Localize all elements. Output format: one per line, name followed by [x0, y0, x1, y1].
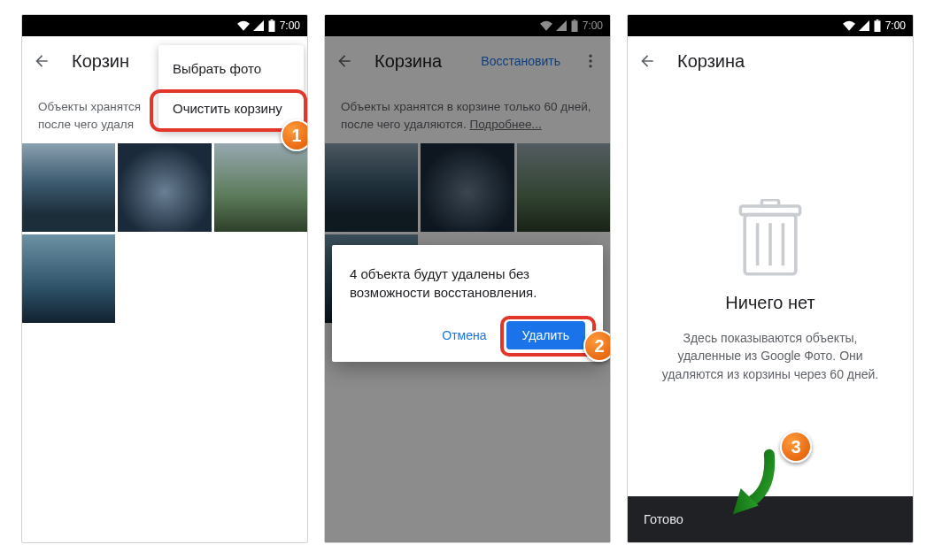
- dialog-message: 4 объекта будут удалены без возможности …: [350, 265, 585, 302]
- photo-thumb[interactable]: [118, 143, 211, 232]
- step-badge-3: 3: [780, 431, 812, 463]
- svg-rect-14: [761, 200, 778, 206]
- confirm-delete-dialog: 4 объекта будут удалены без возможности …: [332, 245, 603, 362]
- signal-icon: [859, 20, 869, 31]
- dialog-actions: Отмена Удалить: [350, 321, 585, 349]
- signal-icon: [253, 20, 264, 31]
- phone-screen-1: 7:00 Корзин Объекты хранятся после чего …: [21, 14, 308, 543]
- photo-grid: [22, 143, 307, 323]
- phone-screen-2: 7:00 Корзина Восстановить Объекты хранят…: [324, 14, 611, 543]
- menu-select-photo[interactable]: Выбрать фото: [158, 49, 304, 88]
- photo-thumb[interactable]: [22, 234, 115, 323]
- svg-rect-0: [268, 20, 274, 32]
- wifi-icon: [843, 20, 855, 31]
- empty-subtitle: Здесь показываются объекты, удаленные из…: [652, 329, 888, 383]
- battery-icon: [267, 19, 276, 32]
- empty-title: Ничего нет: [725, 293, 815, 313]
- wifi-icon: [237, 20, 250, 31]
- step-badge-2: 2: [583, 330, 611, 362]
- status-bar: 7:00: [628, 15, 913, 36]
- menu-empty-trash[interactable]: Очистить корзину: [158, 88, 304, 128]
- step-badge-1: 1: [281, 119, 308, 151]
- empty-state: Ничего нет Здесь показываются объекты, у…: [628, 86, 913, 496]
- photo-thumb[interactable]: [214, 143, 307, 232]
- svg-rect-1: [270, 19, 273, 20]
- battery-icon: [873, 19, 882, 32]
- back-arrow-icon[interactable]: [638, 52, 656, 70]
- overflow-menu: Выбрать фото Очистить корзину: [158, 45, 304, 132]
- snackbar-text: Готово: [644, 512, 683, 526]
- trash-can-icon: [738, 199, 802, 277]
- photo-thumb[interactable]: [22, 143, 115, 232]
- svg-rect-7: [874, 20, 880, 32]
- delete-button[interactable]: Удалить: [506, 321, 585, 349]
- page-title: Корзина: [677, 51, 902, 72]
- cancel-button[interactable]: Отмена: [431, 321, 497, 349]
- app-bar: Корзина: [628, 36, 913, 86]
- clock: 7:00: [280, 19, 300, 32]
- clock: 7:00: [885, 19, 906, 32]
- phone-screen-3: 7:00 Корзина Ничего нет Здесь показывают…: [627, 14, 914, 543]
- status-bar: 7:00: [22, 15, 307, 36]
- back-arrow-icon[interactable]: [33, 52, 50, 70]
- svg-rect-8: [876, 19, 878, 20]
